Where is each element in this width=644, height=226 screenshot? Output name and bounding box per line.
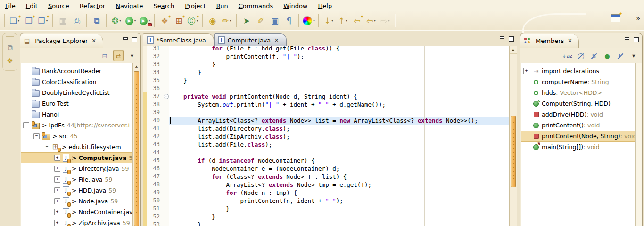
collapse-all-button[interactable]: ⊟ [100,50,109,61]
member-item-import-declarations[interactable]: +import declarations [521,66,635,76]
code-line-37[interactable]: 37− private void printContent(Node d, St… [143,92,509,100]
code-line-52[interactable]: 52 } [143,213,509,221]
code-line-43[interactable]: 43 list.add(File.class); [143,141,509,149]
member-item-main-string[interactable]: +Smain(String[]) : void [521,142,635,152]
code-line-46[interactable]: 46 NodeContainer e = (NodeContainer) d; [143,165,509,173]
tab-package-explorer[interactable]: ▤ Package Explorer ✕ [20,34,103,48]
menu-item-file[interactable]: File [0,1,21,11]
menu-item-window[interactable]: Window [278,1,313,11]
code-line-51[interactable]: 51 } [143,205,509,213]
tree-item-node-java[interactable]: +> Node.java59 [21,196,132,207]
code-line-50[interactable]: 50 printContent(n, ident + "-"); [143,197,509,205]
code-line-42[interactable]: 42 list.add(ZipArchiv.class); [143,133,509,141]
editor-tab-computer-java[interactable]: Computer.java✕ [214,33,287,46]
tree-item-doublylinkedcycliclist[interactable]: +DoublyLinkedCyclicList [21,87,132,98]
show-public-members-button[interactable]: ● [603,50,612,61]
new-wizard-button[interactable]: ❏✦▾ [8,14,21,27]
fast-view-open-folder-icon[interactable]: ❖ [7,57,13,65]
view-menu-button[interactable]: ▼ [629,50,638,61]
code-line-45[interactable]: 45 if (d instanceof NodeContainer) { [143,157,509,165]
member-item-adddrive-hdd[interactable]: +addDrive(HDD) : void [521,109,635,120]
sort-alphabetically-button[interactable]: ⇣az [562,50,572,61]
code-line-31[interactable]: 31 for (File f : hdd.get(File.class)) { [143,46,509,52]
fast-view-handle[interactable] [6,36,14,37]
expander-icon[interactable]: − [33,133,40,139]
tab-members[interactable]: Members ✕ [520,34,579,48]
forward-button[interactable]: ⇨▾ [379,14,391,27]
member-item-computername[interactable]: +computerName : String [521,76,635,87]
scrollbar-thumb[interactable] [511,116,516,187]
menu-item-commands[interactable]: Commands [233,1,279,11]
link-with-editor-button[interactable]: ⇄ [113,50,124,61]
tree-item-file-java[interactable]: +> File.java59 [21,174,132,185]
next-annotation-button[interactable]: ↓▾ [322,14,335,27]
run-task-button[interactable]: ➤ [240,14,253,27]
view-menu-button[interactable]: ▼ [127,50,137,61]
maximize-icon[interactable] [634,37,639,42]
new-java-project-button[interactable]: ❖✦ [158,14,171,27]
expander-icon[interactable]: + [54,198,60,204]
scrollbar-thumb[interactable] [134,71,139,226]
menu-item-help[interactable]: Help [313,1,338,11]
member-item-computer-string-hdd[interactable]: +cComputer(String, HDD) [521,98,635,109]
print-button[interactable]: ⎙ [71,14,83,27]
code-line-44[interactable]: 44 [143,149,509,157]
run-button[interactable]: ▶▾ [124,14,137,27]
menu-item-edit[interactable]: Edit [21,1,43,11]
menu-item-project[interactable]: Project [180,1,211,11]
highlight-button[interactable]: ✐ [255,14,267,27]
minimize-icon[interactable] [123,37,128,42]
tree-item-src[interactable]: −> src45 [21,131,132,142]
close-icon[interactable]: ✕ [274,37,279,43]
search-button[interactable]: ✏▾ [221,14,233,27]
tree-item-colorclassification[interactable]: +ColorClassification [21,76,132,87]
tree-item-euro-test[interactable]: +Euro-Test [21,98,132,109]
code-line-34[interactable]: 34 } [143,68,509,76]
new-view-button[interactable]: ❒✦▾ [37,14,49,27]
menu-item-refactor[interactable]: Refactor [74,1,111,11]
menu-item-search[interactable]: Search [149,1,180,11]
expander-icon[interactable]: + [54,220,60,226]
new-class-button[interactable]: Ⓒ✦▾ [187,14,199,27]
expander-icon[interactable]: + [54,209,60,215]
show-selected-element-button[interactable]: ▣ [269,14,281,27]
code-line-36[interactable]: 36 [143,84,509,92]
maximize-icon[interactable] [509,36,514,41]
expander-icon[interactable]: + [54,176,60,183]
new-project-button[interactable]: ❐✦ [23,14,35,27]
scroll-up-icon[interactable]: ▲ [510,46,517,54]
show-whitespace-button[interactable]: ¶ [283,14,295,27]
open-resource-button[interactable]: ◉ [206,14,219,27]
menu-item-navigate[interactable]: Navigate [110,1,148,11]
tree-item-bankaccountreader[interactable]: +BankAccountReader [21,66,132,76]
tree-item-edu-kit-filesystem[interactable]: −> edu.kit.filesystem [21,142,132,152]
members-scrollbar[interactable] [635,63,642,226]
code-line-40[interactable]: 40 ArrayList<Class<? extends Node>> list… [143,117,509,125]
close-icon[interactable]: ✕ [91,38,96,44]
expander-icon[interactable]: + [54,155,60,161]
code-line-47[interactable]: 47 for (Class<? extends Node> T : list) … [143,173,509,181]
expander-icon[interactable]: − [23,122,29,128]
tree-item-nodecontainer-java[interactable]: +> NodeContainer.java [21,207,132,218]
close-icon[interactable]: ✕ [568,38,572,44]
back-button[interactable]: ⇦▾ [365,14,377,27]
code-line-41[interactable]: 41 list.add(Directory.class); [143,125,509,133]
save-button[interactable]: ▦ [57,14,69,27]
external-tools-button[interactable]: ▶▾ [139,14,151,27]
member-item-hdds[interactable]: +hdds : Vector<HDD> [521,87,635,98]
tree-item-hanoi[interactable]: +Hanoi [21,109,132,120]
expander-icon[interactable]: + [523,68,529,74]
maximize-icon[interactable] [132,37,137,42]
expander-icon[interactable]: + [54,187,60,193]
tree-item-ipdfs[interactable]: −> IpdFs44 [https://svnserver.i [21,120,132,131]
code-line-49[interactable]: 49 for (Node n : tmp) { [143,189,509,197]
tree-item-computer-java[interactable]: +> Computer.java59 [21,152,132,163]
hide-fields-button[interactable]: ◯ [576,50,586,61]
minimize-icon[interactable] [499,36,504,41]
hide-local-types-button[interactable]: L [616,50,625,61]
code-editor[interactable]: 31 for (File f : hdd.get(File.class)) {3… [143,46,509,226]
minimize-icon[interactable] [624,37,629,42]
code-line-32[interactable]: 32 printContent(f, "|-"); [143,52,509,60]
expander-icon[interactable]: − [44,144,50,150]
save-all-button[interactable]: ⧉ [91,14,103,27]
